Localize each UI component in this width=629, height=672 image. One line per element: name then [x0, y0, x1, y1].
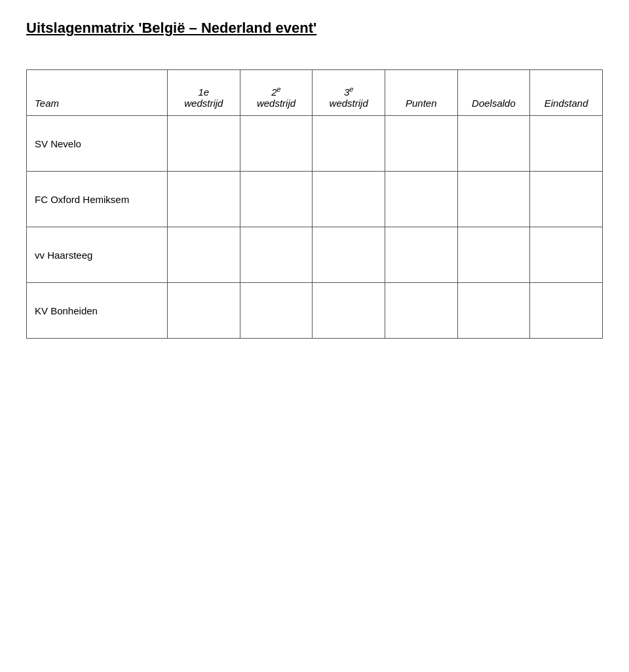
table-row: KV Bonheiden [27, 283, 603, 339]
header-wedstrijd1: 1ewedstrijd [168, 70, 240, 116]
cell-wedstrijd3 [313, 283, 385, 339]
header-wedstrijd2: 2ewedstrijd [240, 70, 313, 116]
table-row: FC Oxford Hemiksem [27, 172, 603, 227]
cell-eindstand [530, 116, 603, 172]
cell-wedstrijd1 [168, 227, 240, 283]
cell-wedstrijd2 [240, 227, 313, 283]
results-table: Team 1ewedstrijd 2ewedstrijd 3ewedstrijd… [26, 69, 603, 339]
cell-eindstand [530, 283, 603, 339]
team-name-cell: KV Bonheiden [27, 283, 168, 339]
header-punten: Punten [385, 70, 457, 116]
team-name-cell: SV Nevelo [27, 116, 168, 172]
table-header-row: Team 1ewedstrijd 2ewedstrijd 3ewedstrijd… [27, 70, 603, 116]
cell-wedstrijd2 [240, 172, 313, 227]
header-team: Team [27, 70, 168, 116]
header-wedstrijd3: 3ewedstrijd [313, 70, 385, 116]
cell-wedstrijd1 [168, 283, 240, 339]
cell-punten [385, 283, 457, 339]
cell-punten [385, 227, 457, 283]
cell-wedstrijd1 [168, 116, 240, 172]
cell-doelsaldo [457, 283, 530, 339]
cell-punten [385, 172, 457, 227]
cell-doelsaldo [457, 172, 530, 227]
header-doelsaldo: Doelsaldo [457, 70, 530, 116]
cell-wedstrijd2 [240, 116, 313, 172]
table-row: vv Haarsteeg [27, 227, 603, 283]
cell-eindstand [530, 172, 603, 227]
team-name-cell: vv Haarsteeg [27, 227, 168, 283]
cell-wedstrijd3 [313, 172, 385, 227]
page-title: Uitslagenmatrix 'België – Nederland even… [26, 20, 603, 37]
cell-doelsaldo [457, 227, 530, 283]
cell-eindstand [530, 227, 603, 283]
table-row: SV Nevelo [27, 116, 603, 172]
header-eindstand: Eindstand [530, 70, 603, 116]
cell-punten [385, 116, 457, 172]
cell-wedstrijd3 [313, 116, 385, 172]
cell-wedstrijd3 [313, 227, 385, 283]
team-name-cell: FC Oxford Hemiksem [27, 172, 168, 227]
cell-wedstrijd1 [168, 172, 240, 227]
cell-doelsaldo [457, 116, 530, 172]
cell-wedstrijd2 [240, 283, 313, 339]
